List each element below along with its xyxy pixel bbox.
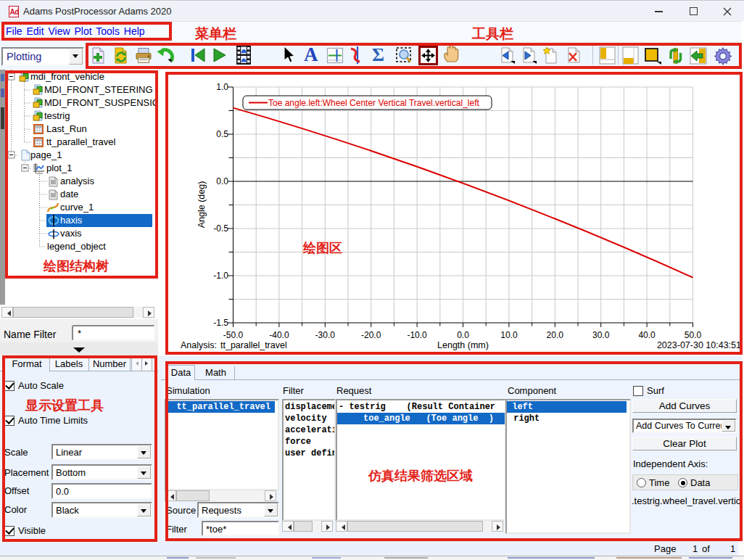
svg-text:-10.0: -10.0 — [407, 330, 427, 340]
svg-text:Angle (deg): Angle (deg) — [197, 181, 207, 228]
svg-text:20.0: 20.0 — [547, 330, 564, 340]
svg-text:50.0: 50.0 — [685, 330, 702, 340]
svg-text:2023-07-30 10:43:51: 2023-07-30 10:43:51 — [657, 340, 741, 350]
svg-text:-50.0: -50.0 — [223, 330, 244, 340]
svg-text:-40.0: -40.0 — [269, 330, 289, 340]
svg-text:1.0: 1.0 — [216, 82, 228, 92]
svg-text:Length (mm): Length (mm) — [437, 340, 489, 350]
svg-text:-30.0: -30.0 — [315, 330, 336, 340]
svg-text:-1.0: -1.0 — [213, 271, 228, 281]
svg-text:tt_parallel_travel: tt_parallel_travel — [220, 340, 287, 350]
svg-text:-1.5: -1.5 — [213, 318, 228, 328]
svg-text:-0.5: -0.5 — [213, 223, 228, 234]
svg-text:0.0: 0.0 — [216, 176, 228, 186]
svg-text:Toe angle.left:Wheel Center Ve: Toe angle.left:Wheel Center Vertical Tra… — [268, 98, 479, 108]
svg-text:10.0: 10.0 — [500, 330, 518, 340]
svg-text:-20.0: -20.0 — [361, 330, 381, 340]
svg-text:Analysis:: Analysis: — [181, 340, 217, 350]
svg-text:0.5: 0.5 — [216, 129, 228, 139]
svg-text:0.0: 0.0 — [457, 330, 469, 340]
svg-text:40.0: 40.0 — [638, 330, 656, 340]
svg-text:30.0: 30.0 — [592, 330, 610, 340]
